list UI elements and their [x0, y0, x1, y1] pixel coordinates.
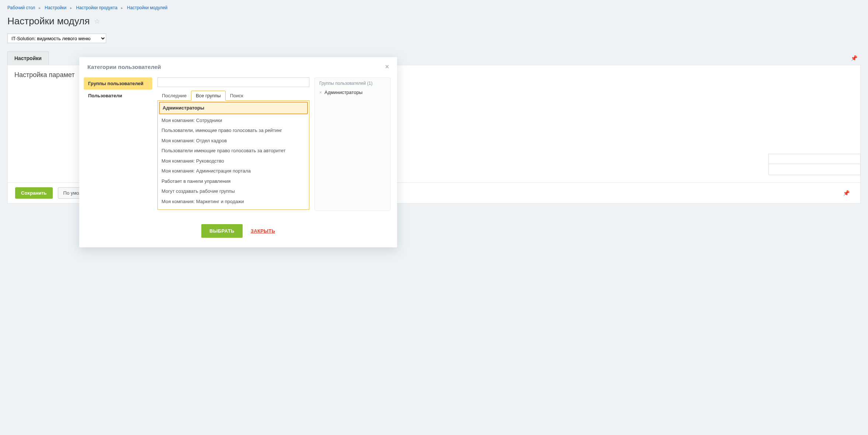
- close-icon[interactable]: ×: [385, 63, 389, 71]
- module-select[interactable]: IT-Solution: видимость левого меню: [7, 34, 106, 43]
- selected-chip: ×Администраторы: [319, 89, 386, 96]
- pin-icon[interactable]: 📌: [851, 55, 858, 62]
- group-item[interactable]: Пользователи, имеющие право голосовать з…: [158, 125, 309, 136]
- search-input[interactable]: [157, 77, 309, 87]
- page-title: Настройки модуля: [7, 15, 90, 27]
- group-item[interactable]: Моя компания: Маркетинг и продажи: [158, 196, 309, 207]
- subtabs: ПоследниеВсе группыПоиск: [157, 91, 309, 101]
- breadcrumb-item[interactable]: Настройки продукта: [76, 5, 117, 10]
- page-title-row: Настройки модуля ☆: [7, 15, 861, 27]
- star-icon[interactable]: ☆: [94, 17, 100, 25]
- side-item[interactable]: Пользователи: [84, 90, 152, 102]
- group-item[interactable]: Администраторы: [159, 102, 308, 114]
- group-item[interactable]: Моя компания: Администрация портала: [158, 166, 309, 176]
- subtab[interactable]: Поиск: [226, 91, 248, 100]
- dialog-header: Категории пользователей ×: [79, 57, 397, 76]
- side-category-list: Группы пользователейПользователи: [84, 77, 152, 207]
- group-item[interactable]: Моя компания: Отдел кадров: [158, 136, 309, 146]
- chevron-right-icon: ▸: [70, 6, 72, 10]
- group-item[interactable]: Пользователи имеющие право голосовать за…: [158, 146, 309, 156]
- remove-chip-icon[interactable]: ×: [319, 90, 322, 95]
- subtab[interactable]: Все группы: [191, 91, 226, 101]
- selected-panel: Группы пользователей (1) ×Администраторы: [315, 77, 390, 207]
- chip-label: Администраторы: [324, 90, 362, 95]
- dialog-body: Группы пользователейПользователи Последн…: [79, 76, 397, 207]
- center-column: ПоследниеВсе группыПоиск АдминистраторыМ…: [157, 77, 309, 207]
- pin-icon[interactable]: 📌: [843, 190, 850, 196]
- selected-panel-title: Группы пользователей (1): [319, 81, 386, 86]
- save-button[interactable]: Сохранить: [15, 187, 53, 199]
- group-item[interactable]: Моя компания: Сотрудники: [158, 115, 309, 126]
- subtab[interactable]: Последние: [157, 91, 191, 100]
- underlay-widget: [768, 154, 861, 175]
- group-list[interactable]: АдминистраторыМоя компания: СотрудникиПо…: [157, 101, 309, 207]
- side-item[interactable]: Группы пользователей: [84, 77, 152, 90]
- breadcrumb-item[interactable]: Рабочий стол: [7, 5, 35, 10]
- group-item[interactable]: Моя компания: Руководство: [158, 156, 309, 166]
- tab-settings[interactable]: Настройки: [7, 51, 49, 65]
- breadcrumb-item[interactable]: Настройки модулей: [127, 5, 167, 10]
- user-categories-dialog: Категории пользователей × Группы пользов…: [79, 57, 397, 207]
- breadcrumb-item[interactable]: Настройки: [45, 5, 66, 10]
- group-item[interactable]: Работает в панели управления: [158, 176, 309, 187]
- dialog-title: Категории пользователей: [87, 64, 161, 70]
- group-item[interactable]: Все покупатели: [158, 206, 309, 207]
- chevron-right-icon: ▸: [121, 6, 123, 10]
- breadcrumb: Рабочий стол ▸ Настройки ▸ Настройки про…: [7, 4, 861, 12]
- group-item[interactable]: Могут создавать рабочие группы: [158, 186, 309, 196]
- chevron-right-icon: ▸: [39, 6, 41, 10]
